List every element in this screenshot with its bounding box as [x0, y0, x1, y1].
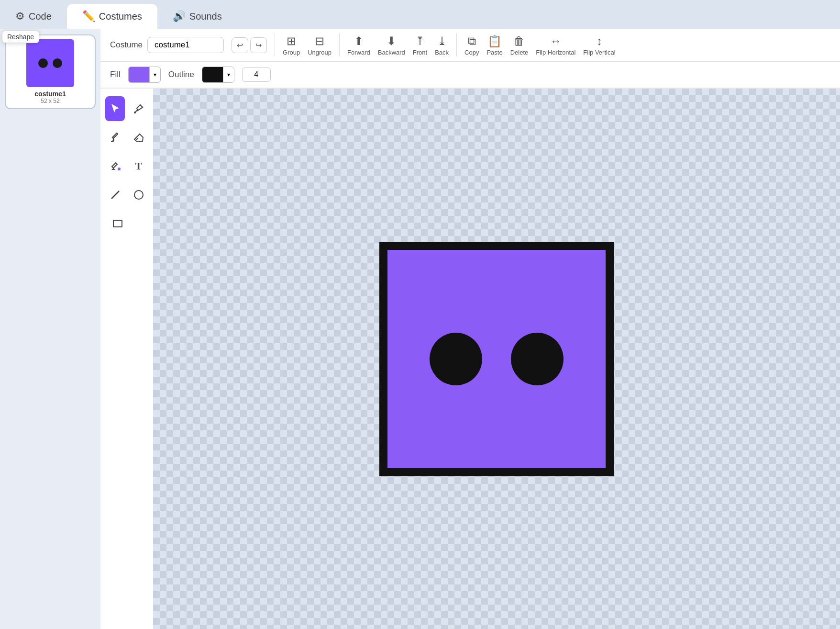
flip-v-icon: ↕ [597, 34, 602, 48]
backward-label: Backward [378, 49, 405, 56]
tab-bar: ⚙ Code ✏️ Costumes 🔊 Sounds [0, 0, 840, 29]
undo-redo-group: ↩ ↪ [232, 37, 267, 53]
rect-tool[interactable] [105, 211, 130, 236]
sidebar: Reshape costume1 52 x 52 [0, 29, 100, 629]
top-toolbar: Costume ↩ ↪ ⊞ Group ⊟ Ungroup ⬆ Forward [100, 29, 840, 62]
costumes-icon: ✏️ [82, 10, 95, 22]
costume-card[interactable]: costume1 52 x 52 [5, 34, 96, 109]
sprite-eye-left [430, 333, 482, 385]
eraser-tool[interactable] [129, 125, 148, 150]
reshape-tool[interactable] [129, 96, 148, 121]
thumbnail-eye-left [38, 58, 48, 68]
sprite-canvas [379, 242, 614, 476]
tool-row-1 [105, 96, 148, 121]
ungroup-label: Ungroup [308, 49, 332, 56]
group-button[interactable]: ⊞ Group [283, 34, 300, 56]
ungroup-button[interactable]: ⊟ Ungroup [308, 34, 332, 56]
fill-color-box [128, 67, 149, 83]
tab-code[interactable]: ⚙ Code [0, 4, 67, 29]
fill-outline-row: Fill ▾ Outline ▾ [100, 62, 840, 89]
tool-row-5 [105, 211, 148, 236]
flip-v-label: Flip Vertical [583, 49, 615, 56]
redo-button[interactable]: ↪ [250, 37, 267, 53]
outline-label: Outline [168, 70, 194, 79]
forward-icon: ⬆ [354, 34, 364, 48]
group-icon: ⊞ [287, 34, 296, 48]
fill-swatch[interactable]: ▾ [128, 67, 161, 83]
svg-line-2 [111, 191, 119, 199]
paste-label: Paste [486, 49, 502, 56]
divider-2 [339, 34, 340, 56]
forward-label: Forward [347, 49, 370, 56]
drawing-area: T [100, 89, 840, 629]
divider-3 [456, 34, 457, 56]
canvas-container[interactable] [153, 89, 840, 629]
brush-tool[interactable] [105, 125, 125, 150]
fill-tool[interactable] [105, 154, 125, 179]
tab-costumes[interactable]: ✏️ Costumes [67, 4, 157, 29]
text-icon: T [135, 160, 142, 172]
sprite-eye-right [511, 333, 564, 385]
backward-icon: ⬇ [387, 34, 396, 48]
tab-costumes-label: Costumes [99, 11, 142, 22]
tool-row-4 [105, 182, 148, 207]
reshape-tooltip: Reshape [2, 31, 39, 43]
tools-panel: T [100, 89, 153, 629]
divider-1 [275, 34, 275, 56]
back-label: Back [435, 49, 449, 56]
select-tool[interactable] [105, 96, 125, 121]
circle-tool[interactable] [129, 182, 148, 207]
tool-row-3: T [105, 154, 148, 179]
costume-name-input[interactable] [147, 37, 224, 53]
backward-button[interactable]: ⬇ Backward [378, 34, 405, 56]
copy-icon: ⧉ [468, 34, 476, 48]
fill-label: Fill [110, 70, 121, 79]
costume-thumbnail [26, 39, 74, 87]
main-layout: Reshape costume1 52 x 52 Costume ↩ ↪ [0, 29, 840, 629]
editor-area: Costume ↩ ↪ ⊞ Group ⊟ Ungroup ⬆ Forward [100, 29, 840, 629]
front-button[interactable]: ⤒ Front [413, 34, 427, 56]
forward-button[interactable]: ⬆ Forward [347, 34, 370, 56]
copy-button[interactable]: ⧉ Copy [464, 34, 479, 56]
flip-v-button[interactable]: ↕ Flip Vertical [583, 34, 615, 56]
costume-card-name: costume1 [34, 90, 66, 98]
costume-card-size: 52 x 52 [41, 98, 59, 104]
undo-button[interactable]: ↩ [232, 37, 248, 53]
sounds-icon: 🔊 [173, 10, 186, 22]
svg-point-1 [118, 168, 121, 170]
front-icon: ⤒ [415, 34, 425, 48]
thumbnail-eye-right [53, 58, 62, 68]
ungroup-icon: ⊟ [315, 34, 324, 48]
delete-button[interactable]: 🗑 Delete [510, 34, 529, 56]
sprite-inner [387, 250, 606, 468]
outline-width-input[interactable] [242, 67, 271, 82]
delete-label: Delete [510, 49, 529, 56]
costume-name-group: Costume [110, 37, 224, 53]
back-button[interactable]: ⤓ Back [435, 34, 449, 56]
group-label: Group [283, 49, 300, 56]
tab-code-label: Code [29, 11, 52, 22]
sprite-outer [379, 242, 614, 476]
flip-h-label: Flip Horizontal [536, 49, 575, 56]
back-icon: ⤓ [437, 34, 447, 48]
flip-h-icon: ↔ [550, 34, 562, 48]
svg-rect-4 [113, 220, 122, 227]
delete-icon: 🗑 [513, 34, 525, 48]
line-tool[interactable] [105, 182, 125, 207]
svg-point-3 [134, 191, 143, 199]
code-icon: ⚙ [15, 10, 25, 22]
copy-label: Copy [464, 49, 479, 56]
paste-button[interactable]: 📋 Paste [486, 34, 502, 56]
svg-point-0 [134, 112, 136, 113]
flip-h-button[interactable]: ↔ Flip Horizontal [536, 34, 575, 56]
outline-color-box [202, 67, 223, 83]
tab-sounds[interactable]: 🔊 Sounds [157, 4, 237, 29]
outline-swatch[interactable]: ▾ [202, 67, 234, 83]
outline-dropdown-arrow[interactable]: ▾ [223, 67, 234, 83]
costume-label: Costume [110, 40, 143, 50]
paste-icon: 📋 [487, 34, 502, 48]
front-label: Front [413, 49, 427, 56]
fill-dropdown-arrow[interactable]: ▾ [149, 67, 161, 83]
tool-row-2 [105, 125, 148, 150]
text-tool[interactable]: T [129, 154, 148, 179]
